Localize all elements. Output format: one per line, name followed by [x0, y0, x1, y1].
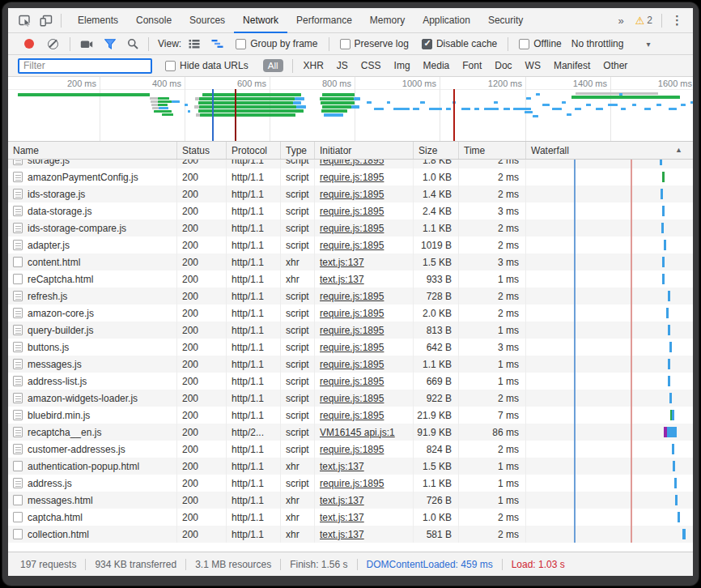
initiator-link[interactable]: require.js:1895 — [320, 359, 384, 370]
table-row[interactable]: storage.js200http/1.1scriptrequire.js:18… — [8, 160, 693, 168]
screenshot-capture-icon[interactable] — [80, 39, 93, 49]
table-row[interactable]: query-builder.js200http/1.1scriptrequire… — [8, 322, 693, 339]
table-row[interactable]: data-storage.js200http/1.1scriptrequire.… — [8, 202, 693, 219]
request-name-cell[interactable]: messages.html — [8, 492, 177, 509]
filter-type-other[interactable]: Other — [597, 60, 634, 71]
initiator-link[interactable]: require.js:1895 — [320, 342, 384, 353]
initiator-link[interactable]: require.js:1895 — [320, 291, 384, 302]
initiator-link[interactable]: require.js:1895 — [320, 376, 384, 387]
tab-security[interactable]: Security — [479, 8, 532, 33]
column-header-type[interactable]: Type — [281, 142, 315, 159]
table-row[interactable]: address-list.js200http/1.1scriptrequire.… — [8, 373, 693, 390]
tab-console[interactable]: Console — [127, 8, 181, 33]
column-header-protocol[interactable]: Protocol — [227, 142, 281, 159]
filter-type-media[interactable]: Media — [417, 60, 457, 71]
initiator-link[interactable]: text.js:137 — [320, 495, 364, 506]
offline-checkbox[interactable]: Offline — [519, 38, 561, 49]
tab-application[interactable]: Application — [414, 8, 479, 33]
table-row[interactable]: collection.html200http/1.1xhrtext.js:137… — [8, 526, 693, 543]
record-button[interactable] — [24, 39, 34, 49]
tab-performance[interactable]: Performance — [287, 8, 361, 33]
table-row[interactable]: recaptcha__en.js200http/2...scriptVM1614… — [8, 424, 693, 441]
request-name-cell[interactable]: ids-storage-compare.js — [8, 219, 177, 236]
initiator-link[interactable]: require.js:1895 — [320, 325, 384, 336]
console-warning-badge[interactable]: ⚠ 2 — [631, 15, 657, 27]
request-name-cell[interactable]: recaptcha__en.js — [8, 424, 177, 441]
request-name-cell[interactable]: data-storage.js — [8, 202, 177, 219]
request-name-cell[interactable]: refresh.js — [8, 288, 177, 305]
initiator-link[interactable]: require.js:1895 — [320, 172, 384, 183]
request-name-cell[interactable]: reCaptcha.html — [8, 271, 177, 288]
column-header-initiator[interactable]: Initiator — [315, 142, 414, 159]
network-overview[interactable]: 200 ms400 ms600 ms800 ms1000 ms1200 ms14… — [8, 77, 693, 142]
request-name-cell[interactable]: content.html — [8, 254, 177, 271]
initiator-link[interactable]: require.js:1895 — [320, 444, 384, 455]
request-name-cell[interactable]: bluebird.min.js — [8, 407, 177, 424]
initiator-link[interactable]: require.js:1895 — [320, 478, 384, 489]
waterfall-view-icon[interactable] — [211, 39, 223, 49]
table-row[interactable]: captcha.html200http/1.1xhrtext.js:1371.0… — [8, 509, 693, 526]
initiator-link[interactable]: require.js:1895 — [320, 308, 384, 319]
initiator-link[interactable]: require.js:1895 — [320, 206, 384, 217]
request-name-cell[interactable]: query-builder.js — [8, 322, 177, 339]
disable-cache-checkbox[interactable]: Disable cache — [422, 38, 497, 49]
hide-data-urls-checkbox[interactable]: Hide data URLs — [165, 60, 249, 71]
preserve-log-checkbox[interactable]: Preserve log — [340, 38, 409, 49]
initiator-link[interactable]: text.js:137 — [320, 274, 364, 285]
request-name-cell[interactable]: captcha.html — [8, 509, 177, 526]
tab-sources[interactable]: Sources — [181, 8, 234, 33]
initiator-link[interactable]: require.js:1895 — [320, 240, 384, 251]
request-name-cell[interactable]: address.js — [8, 475, 177, 492]
more-tabs-icon[interactable]: » — [611, 15, 630, 27]
request-name-cell[interactable]: buttons.js — [8, 339, 177, 356]
table-row[interactable]: ids-storage-compare.js200http/1.1scriptr… — [8, 219, 693, 236]
tab-memory[interactable]: Memory — [361, 8, 414, 33]
initiator-link[interactable]: require.js:1895 — [320, 410, 384, 421]
initiator-link[interactable]: require.js:1895 — [320, 160, 384, 166]
initiator-link[interactable]: text.js:137 — [320, 257, 364, 268]
initiator-link[interactable]: require.js:1895 — [320, 393, 384, 404]
filter-type-js[interactable]: JS — [330, 60, 355, 71]
table-row[interactable]: adapter.js200http/1.1scriptrequire.js:18… — [8, 236, 693, 254]
initiator-link[interactable]: VM16145 api.js:1 — [320, 427, 395, 438]
filter-type-xhr[interactable]: XHR — [297, 60, 330, 71]
table-row[interactable]: customer-addresses.js200http/1.1scriptre… — [8, 441, 693, 458]
table-row[interactable]: authentication-popup.html200http/1.1xhrt… — [8, 458, 693, 475]
table-row[interactable]: amazon-core.js200http/1.1scriptrequire.j… — [8, 305, 693, 322]
filter-input[interactable] — [18, 58, 152, 74]
request-name-cell[interactable]: ids-storage.js — [8, 185, 177, 202]
tab-elements[interactable]: Elements — [69, 8, 127, 33]
table-row[interactable]: address.js200http/1.1scriptrequire.js:18… — [8, 475, 693, 492]
initiator-link[interactable]: require.js:1895 — [320, 223, 384, 234]
request-name-cell[interactable]: adapter.js — [8, 236, 177, 254]
request-name-cell[interactable]: customer-addresses.js — [8, 441, 177, 458]
request-name-cell[interactable]: address-list.js — [8, 373, 177, 390]
filter-type-doc[interactable]: Doc — [488, 60, 518, 71]
group-by-frame-checkbox[interactable]: Group by frame — [236, 38, 317, 49]
request-name-cell[interactable]: amazon-core.js — [8, 305, 177, 322]
filter-type-font[interactable]: Font — [456, 60, 488, 71]
table-row[interactable]: amazon-widgets-loader.js200http/1.1scrip… — [8, 390, 693, 407]
request-name-cell[interactable]: authentication-popup.html — [8, 458, 177, 475]
inspect-element-button[interactable] — [15, 11, 36, 30]
filter-type-img[interactable]: Img — [388, 60, 417, 71]
table-row[interactable]: ids-storage.js200http/1.1scriptrequire.j… — [8, 185, 693, 202]
throttling-dropdown[interactable]: No throttling ▾ — [571, 38, 651, 49]
filter-type-manifest[interactable]: Manifest — [547, 60, 597, 71]
filter-type-css[interactable]: CSS — [355, 60, 388, 71]
column-header-name[interactable]: Name — [8, 142, 177, 159]
request-name-cell[interactable]: messages.js — [8, 356, 177, 373]
sort-ascending-icon[interactable]: ▲ — [675, 146, 682, 154]
toggle-device-toolbar-button[interactable] — [36, 11, 57, 30]
request-name-cell[interactable]: amazon-widgets-loader.js — [8, 390, 177, 407]
initiator-link[interactable]: require.js:1895 — [320, 189, 384, 200]
column-header-time[interactable]: Time — [459, 142, 526, 159]
table-row[interactable]: amazonPaymentConfig.js200http/1.1scriptr… — [8, 168, 693, 185]
initiator-link[interactable]: text.js:137 — [320, 512, 364, 523]
column-header-waterfall[interactable]: Waterfall▲ — [526, 142, 693, 159]
table-row[interactable]: refresh.js200http/1.1scriptrequire.js:18… — [8, 288, 693, 305]
column-header-size[interactable]: Size — [414, 142, 459, 159]
filter-funnel-icon[interactable] — [104, 39, 116, 49]
clear-icon[interactable] — [48, 39, 58, 49]
table-row[interactable]: messages.js200http/1.1scriptrequire.js:1… — [8, 356, 693, 373]
